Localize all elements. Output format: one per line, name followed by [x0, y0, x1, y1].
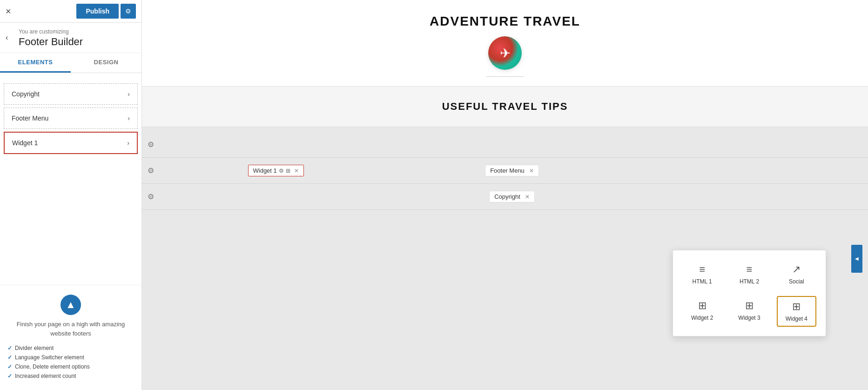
footer-row-1: ⚙: [142, 132, 868, 158]
useful-section: USEFUL TRAVEL TIPS: [142, 87, 868, 127]
back-button[interactable]: ‹: [6, 34, 8, 42]
publish-area: Publish ⚙: [76, 4, 136, 19]
divider-line: [486, 76, 524, 77]
widget-settings-icon[interactable]: ⚙: [279, 168, 284, 174]
cell-2-2: Footer Menu ✕: [396, 161, 628, 180]
row-cells-2: Widget 1 ⚙ ⊞ ✕ Footer Menu ✕: [160, 161, 864, 180]
feature-item: Language Switcher element: [7, 353, 134, 362]
widget3-label: Widget 3: [738, 315, 760, 321]
site-title: ADVENTURE TRAVEL: [430, 14, 580, 29]
section-title: Footer Builder: [19, 36, 134, 48]
publish-button[interactable]: Publish: [76, 4, 119, 19]
elements-list: Copyright › Footer Menu › Widget 1 ›: [0, 73, 141, 285]
globe-icon: [488, 36, 522, 70]
html1-icon: ≡: [699, 263, 705, 276]
html1-label: HTML 1: [693, 278, 712, 285]
widget-remove-icon[interactable]: ✕: [294, 168, 299, 174]
element-widget1-label: Widget 1: [12, 139, 38, 147]
row-cells-3: Copyright ✕: [160, 188, 864, 206]
copyright-label: Copyright: [494, 193, 520, 200]
element-footer-menu-label: Footer Menu: [12, 114, 48, 122]
footer-row-3: ⚙ Copyright ✕: [142, 184, 868, 210]
promo-section: ▲ Finish your page on a high with amazin…: [0, 285, 141, 390]
tab-elements[interactable]: ELEMENTS: [0, 53, 71, 73]
cell-3-1: [160, 188, 392, 206]
feature-item: Divider element: [7, 343, 134, 353]
footer-row-2: ⚙ Widget 1 ⚙ ⊞ ✕ Footer Menu ✕: [142, 158, 868, 184]
sidebar: × Publish ⚙ ‹ You are customizing Footer…: [0, 0, 142, 390]
widget1-chip[interactable]: Widget 1 ⚙ ⊞ ✕: [248, 165, 304, 176]
promo-icon: ▲: [61, 295, 81, 315]
widget2-label: Widget 2: [691, 315, 713, 321]
footer-menu-chip[interactable]: Footer Menu ✕: [485, 165, 539, 176]
footer-menu-remove-icon[interactable]: ✕: [529, 168, 534, 174]
element-widget1[interactable]: Widget 1 ›: [4, 132, 138, 154]
cell-1-1: [160, 135, 392, 154]
promo-text: Finish your page on a high with amazing …: [7, 320, 134, 338]
tab-design[interactable]: DESIGN: [71, 53, 141, 73]
chevron-right-icon: ›: [128, 114, 130, 122]
row-gear-icon[interactable]: ⚙: [146, 138, 156, 151]
popup-widget3[interactable]: ⊞ Widget 3: [729, 296, 769, 327]
social-label: Social: [789, 278, 804, 285]
popup-social[interactable]: ↗ Social: [777, 260, 816, 289]
widget4-label: Widget 4: [786, 316, 807, 322]
widget-layout-icon[interactable]: ⊞: [286, 168, 290, 174]
main-content: ADVENTURE TRAVEL USEFUL TRAVEL TIPS ⚙ ⚙ …: [142, 0, 868, 390]
useful-title: USEFUL TRAVEL TIPS: [142, 101, 868, 113]
row-gear-icon[interactable]: ⚙: [146, 164, 156, 177]
row-gear-icon[interactable]: ⚙: [146, 190, 156, 203]
chevron-right-icon: ›: [127, 139, 129, 147]
feature-item: Increased element count: [7, 371, 134, 381]
cell-2-3: [632, 161, 864, 180]
collapse-button[interactable]: ◀: [851, 245, 862, 273]
row-cells-1: [160, 135, 864, 154]
popup-widget2[interactable]: ⊞ Widget 2: [682, 296, 722, 327]
settings-button[interactable]: ⚙: [121, 4, 136, 19]
breadcrumb: ‹ You are customizing Footer Builder: [0, 23, 141, 53]
cell-1-3: [632, 135, 864, 154]
widget2-icon: ⊞: [698, 300, 707, 312]
feature-list: Divider element Language Switcher elemen…: [7, 343, 134, 381]
html2-icon: ≡: [747, 263, 753, 276]
footer-builder: ⚙ ⚙ Widget 1 ⚙ ⊞ ✕: [142, 127, 868, 390]
cell-3-2: Copyright ✕: [396, 188, 628, 206]
cell-3-3: [632, 188, 864, 206]
chevron-right-icon: ›: [128, 90, 130, 98]
widget1-label: Widget 1: [253, 167, 277, 174]
widget4-icon: ⊞: [792, 301, 801, 313]
cell-2-1: Widget 1 ⚙ ⊞ ✕: [160, 161, 392, 180]
widget3-icon: ⊞: [745, 300, 754, 312]
cell-1-2: [396, 135, 628, 154]
popup-html1[interactable]: ≡ HTML 1: [682, 260, 722, 289]
popup-widget4[interactable]: ⊞ Widget 4: [777, 296, 816, 327]
tabs: ELEMENTS DESIGN: [0, 53, 141, 73]
preview-area: ADVENTURE TRAVEL: [142, 0, 868, 87]
element-copyright-label: Copyright: [12, 90, 40, 98]
widget-popup: ≡ HTML 1 ≡ HTML 2 ↗ Social ⊞ Widget 2: [673, 250, 826, 336]
element-footer-menu[interactable]: Footer Menu ›: [4, 108, 138, 129]
copyright-remove-icon[interactable]: ✕: [525, 194, 530, 200]
social-icon: ↗: [792, 263, 801, 276]
footer-menu-label: Footer Menu: [490, 167, 525, 174]
element-copyright[interactable]: Copyright ›: [4, 83, 138, 105]
copyright-chip[interactable]: Copyright ✕: [489, 191, 535, 202]
feature-item: Clone, Delete element options: [7, 362, 134, 371]
popup-html2[interactable]: ≡ HTML 2: [729, 260, 769, 289]
topbar: × Publish ⚙: [0, 0, 141, 23]
html2-label: HTML 2: [740, 278, 759, 285]
customizing-label: You are customizing: [19, 28, 134, 35]
close-button[interactable]: ×: [6, 7, 11, 16]
